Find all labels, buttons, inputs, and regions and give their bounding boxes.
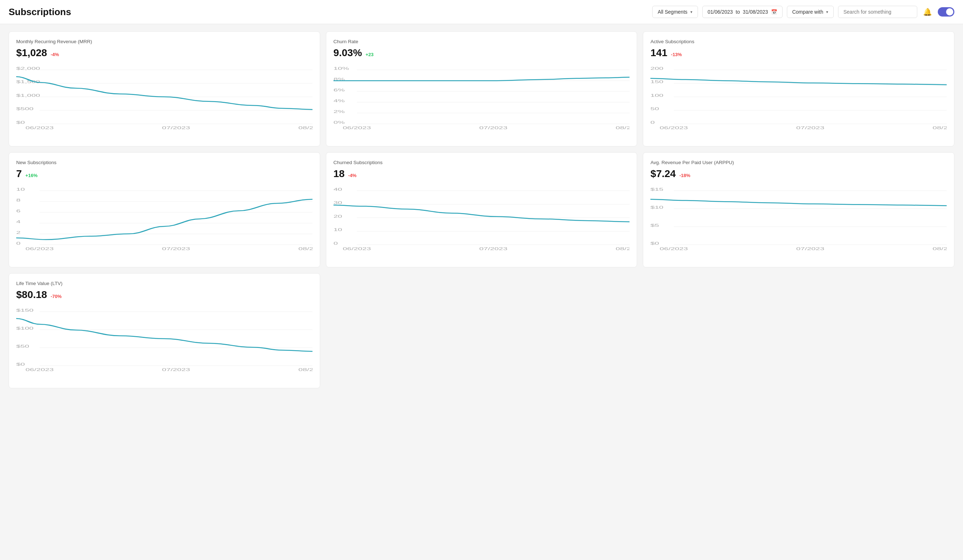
svg-text:06/2023: 06/2023 [342, 126, 371, 129]
svg-text:06/2023: 06/2023 [26, 247, 54, 250]
segment-dropdown[interactable]: All Segments ▾ [652, 6, 697, 18]
svg-text:4%: 4% [334, 99, 345, 103]
card-value: $1,028 [16, 47, 47, 59]
card-badge: -18% [679, 173, 690, 178]
card-title: Churned Subscriptions [334, 160, 630, 165]
svg-text:07/2023: 07/2023 [796, 247, 824, 250]
theme-toggle[interactable] [938, 7, 954, 16]
header: Subscriptions All Segments ▾ 01/06/2023 … [0, 0, 963, 24]
svg-text:06/2023: 06/2023 [26, 126, 54, 129]
header-controls: All Segments ▾ 01/06/2023 to 31/08/2023 … [652, 6, 954, 18]
chart-area: $150$100$50$0 06/202307/202308/2023 [16, 306, 313, 371]
toggle-wrap [938, 7, 954, 16]
svg-text:30: 30 [334, 201, 342, 205]
svg-text:40: 40 [334, 188, 342, 191]
card-value: 141 [650, 47, 667, 59]
chart-svg: 200150100500 06/202307/202308/2023 [650, 65, 947, 129]
chart-svg: $150$100$50$0 06/202307/202308/2023 [16, 306, 313, 371]
card-title: Churn Rate [334, 39, 630, 44]
bottom-cards-grid: Life Time Value (LTV) $80.18 -70% $150$1… [9, 273, 954, 388]
card-value-row: 9.03% +23 [334, 47, 630, 59]
chart-area: 200150100500 06/202307/202308/2023 [650, 65, 947, 129]
svg-text:08/2023: 08/2023 [298, 368, 313, 371]
card-ltv: Life Time Value (LTV) $80.18 -70% $150$1… [9, 273, 320, 388]
chart-svg: $2,000$1,500$1,000$500$0 06/202307/20230… [16, 65, 313, 129]
date-separator: to [736, 9, 740, 15]
svg-text:07/2023: 07/2023 [162, 368, 190, 371]
card-value-row: 18 -4% [334, 168, 630, 180]
card-badge: -4% [51, 52, 59, 57]
compare-dropdown[interactable]: Compare with ▾ [787, 6, 834, 18]
chart-line [16, 77, 313, 109]
card-value: 7 [16, 168, 22, 180]
svg-text:$10: $10 [650, 206, 663, 209]
chart-area: $2,000$1,500$1,000$500$0 06/202307/20230… [16, 65, 313, 129]
chart-line [334, 205, 630, 222]
card-value: $80.18 [16, 289, 47, 301]
chart-area: $15$10$5$0 06/202307/202308/2023 [650, 185, 947, 250]
segment-label: All Segments [658, 9, 687, 15]
toggle-knob [946, 8, 953, 16]
svg-text:07/2023: 07/2023 [796, 126, 824, 129]
svg-text:50: 50 [650, 107, 659, 111]
card-value-row: $7.24 -18% [650, 168, 947, 180]
svg-text:0: 0 [16, 241, 21, 246]
svg-text:2%: 2% [334, 110, 345, 114]
card-badge: -70% [51, 294, 62, 299]
main-content: Monthly Recurring Revenue (MRR) $1,028 -… [0, 24, 963, 395]
search-wrap [838, 6, 917, 18]
card-value-row: 141 -13% [650, 47, 947, 59]
search-input[interactable] [838, 6, 917, 18]
svg-text:8: 8 [16, 198, 21, 202]
date-from: 01/06/2023 [708, 9, 733, 15]
compare-label: Compare with [792, 9, 823, 15]
svg-text:150: 150 [650, 80, 663, 84]
chevron-down-icon: ▾ [691, 10, 692, 15]
card-value: $7.24 [650, 168, 676, 180]
date-range-picker[interactable]: 01/06/2023 to 31/08/2023 📅 [702, 6, 783, 18]
card-value-row: 7 +16% [16, 168, 313, 180]
chart-line [16, 319, 313, 351]
card-badge: -13% [671, 52, 682, 57]
card-churned_subs: Churned Subscriptions 18 -4% 403020100 0… [326, 152, 637, 267]
card-badge: +16% [26, 173, 38, 178]
card-mrr: Monthly Recurring Revenue (MRR) $1,028 -… [9, 31, 320, 146]
svg-text:$0: $0 [16, 121, 25, 125]
svg-text:08/2023: 08/2023 [933, 126, 947, 129]
svg-text:06/2023: 06/2023 [26, 368, 54, 371]
chart-area: 403020100 06/202307/202308/2023 [334, 185, 630, 250]
calendar-icon: 📅 [771, 9, 777, 15]
card-badge: +23 [366, 52, 373, 57]
chart-line [16, 199, 313, 240]
card-title: Monthly Recurring Revenue (MRR) [16, 39, 313, 44]
chart-svg: 1086420 06/202307/202308/2023 [16, 185, 313, 250]
card-new_subs: New Subscriptions 7 +16% 1086420 06/2023… [9, 152, 320, 267]
svg-text:07/2023: 07/2023 [162, 247, 190, 250]
chart-line [334, 78, 630, 81]
notification-bell-icon[interactable]: 🔔 [922, 6, 934, 18]
card-value: 18 [334, 168, 345, 180]
svg-text:$0: $0 [650, 241, 659, 246]
svg-text:08/2023: 08/2023 [298, 126, 313, 129]
card-title: New Subscriptions [16, 160, 313, 165]
chart-area: 1086420 06/202307/202308/2023 [16, 185, 313, 250]
svg-text:08/2023: 08/2023 [933, 247, 947, 250]
svg-text:$50: $50 [16, 345, 29, 348]
svg-text:0%: 0% [334, 121, 345, 125]
svg-text:06/2023: 06/2023 [660, 126, 688, 129]
card-value-row: $80.18 -70% [16, 289, 313, 301]
svg-text:6: 6 [16, 209, 21, 213]
svg-text:$15: $15 [650, 188, 663, 191]
card-arppu: Avg. Revenue Per Paid User (ARPPU) $7.24… [643, 152, 954, 267]
svg-text:10%: 10% [334, 66, 349, 71]
svg-text:100: 100 [650, 94, 663, 97]
svg-text:2: 2 [16, 231, 21, 235]
card-value-row: $1,028 -4% [16, 47, 313, 59]
chart-line [650, 78, 947, 85]
card-active_subs: Active Subscriptions 141 -13% 2001501005… [643, 31, 954, 146]
page-title: Subscriptions [9, 6, 71, 18]
card-value: 9.03% [334, 47, 362, 59]
svg-text:10: 10 [16, 188, 25, 191]
svg-text:07/2023: 07/2023 [479, 247, 507, 250]
svg-text:08/2023: 08/2023 [298, 247, 313, 250]
